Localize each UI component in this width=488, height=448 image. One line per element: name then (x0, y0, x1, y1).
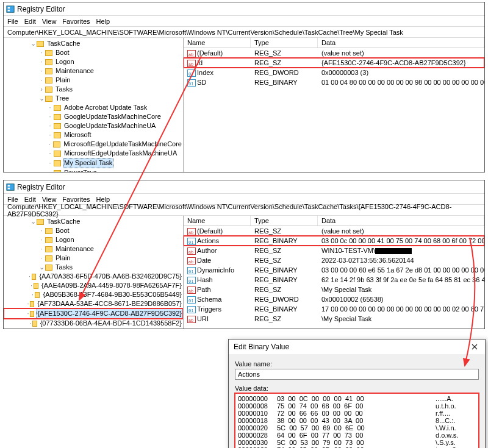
chevron-down-icon[interactable]: ⌄ (29, 39, 37, 48)
tree-item[interactable]: · Plain (4, 254, 183, 263)
hex-row[interactable]: 0000000003 00 0C 00 00 00 41 00......A. (238, 395, 476, 402)
hex-bytes[interactable]: 75 00 74 00 68 00 6F 00 (277, 402, 436, 410)
hex-bytes[interactable]: 5C 00 53 00 79 00 73 00 (277, 439, 436, 446)
tree-item[interactable]: › Tasks (4, 85, 183, 94)
col-data[interactable]: Data (318, 216, 484, 226)
tree-item[interactable]: · {AF73DAAA-53AE-4CC8-8671-BE29D886B057} (4, 299, 183, 308)
value-row[interactable]: URI REG_SZ \My Special Task (184, 314, 484, 324)
string-value-icon (187, 257, 196, 265)
value-row[interactable]: Author REG_SZ WIN10-TEST-VM\ (184, 246, 484, 255)
tree-item[interactable]: · Boot (4, 48, 183, 57)
menu-favorites[interactable]: Favorites (62, 196, 90, 203)
tree-item[interactable]: · GoogleUpdateTaskMachineUA (4, 121, 183, 130)
tree-item[interactable]: · Logon (4, 235, 183, 244)
address-bar[interactable]: Computer\HKEY_LOCAL_MACHINE\SOFTWARE\Mic… (4, 205, 484, 216)
value-row[interactable]: Path REG_SZ \My Special Task (184, 285, 484, 294)
list-header[interactable]: Name Type Data (184, 216, 484, 226)
hex-row[interactable]: 000000305C 00 53 00 79 00 73 00\.S.y.s. (238, 439, 476, 446)
value-row[interactable]: Schema REG_DWORD 0x00010002 (65538) (184, 294, 484, 304)
tree-item[interactable]: · Plain (4, 76, 183, 85)
menu-edit[interactable]: Edit (24, 196, 36, 203)
values-list[interactable]: (Default) REG_SZ (value not set) Actions… (184, 226, 484, 324)
tree-item[interactable]: ⌄ Tasks (4, 263, 183, 272)
binary-value-icon (187, 296, 196, 304)
col-name[interactable]: Name (184, 38, 251, 48)
close-button[interactable] (464, 340, 485, 354)
menu-view[interactable]: View (42, 18, 57, 25)
hex-row[interactable]: 0000002864 00 6F 00 77 00 73 00d.o.w.s. (238, 432, 476, 439)
folder-icon (45, 237, 52, 243)
menu-file[interactable]: File (7, 18, 18, 25)
tree-item[interactable]: · Logon (4, 57, 183, 66)
tree-item-label: Logon (54, 235, 76, 244)
tree-item[interactable]: ⌄ TaskCache (4, 39, 183, 48)
value-row[interactable]: SD REG_BINARY 01 00 04 80 00 00 00 00 00… (184, 77, 484, 87)
col-type[interactable]: Type (251, 216, 318, 226)
dialog-title[interactable]: Edit Binary Value (229, 340, 464, 354)
col-data[interactable]: Data (318, 38, 484, 48)
tree-item[interactable]: · Adobe Acrobat Update Task (4, 103, 183, 112)
chevron-down-icon[interactable]: ⌄ (38, 94, 45, 103)
values-list[interactable]: (Default) REG_SZ (value not set) Id REG_… (184, 48, 484, 87)
value-data: WIN10-TEST-VM\ (318, 246, 484, 255)
value-row[interactable]: (Default) REG_SZ (value not set) (184, 226, 484, 236)
titlebar[interactable]: Registry Editor (4, 180, 484, 194)
tree-pane[interactable]: ⌄ TaskCache · Boot · Logon · Maintenance… (4, 216, 184, 329)
value-row[interactable]: Hash REG_BINARY 62 1e 14 2f 9b 63 3f 9f … (184, 275, 484, 285)
folder-icon (54, 114, 61, 120)
value-row[interactable]: Id REG_SZ {AFE1530C-2746-4F9C-ACD8-AB27F… (184, 58, 484, 68)
hex-editor[interactable]: 0000000003 00 0C 00 00 00 41 00......A.0… (235, 393, 479, 448)
menu-view[interactable]: View (42, 196, 57, 203)
col-name[interactable]: Name (184, 216, 251, 226)
chevron-right-icon[interactable]: › (38, 85, 45, 94)
list-header[interactable]: Name Type Data (184, 38, 484, 48)
hex-bytes[interactable]: 38 00 00 00 43 00 3A 00 (277, 417, 436, 424)
tree-item[interactable]: · Maintenance (4, 244, 183, 254)
menu-file[interactable]: File (7, 196, 18, 203)
tree-item[interactable]: · {AA70A383-6F5D-470B-AA6B-B324620D9C75} (4, 272, 183, 281)
tree-branch: · (46, 158, 54, 168)
tree-item[interactable]: · Boot (4, 226, 183, 235)
value-row[interactable]: Date REG_SZ 2022-03-02T13:55:36.5620144 (184, 255, 484, 265)
tree-item[interactable]: · Maintenance (4, 66, 183, 76)
tree-item[interactable]: · {AAE4A09B-2A9A-4459-8078-98FA6265AF7F} (4, 281, 183, 290)
tree-item[interactable]: · {AB05B368-13F7-4684-9B30-E553C06B5449} (4, 290, 183, 299)
hex-row[interactable]: 0000001838 00 00 00 43 00 3A 008...C.:. (238, 417, 476, 424)
tree-item[interactable]: ⌄ Tree (4, 94, 183, 103)
value-row[interactable]: (Default) REG_SZ (value not set) (184, 48, 484, 58)
value-data: 01 00 04 80 00 00 00 00 00 00 98 00 00 0… (318, 77, 484, 87)
hex-ascii: ......A. (436, 395, 476, 402)
menu-help[interactable]: Help (96, 196, 110, 203)
hex-row[interactable]: 000000205C 00 57 00 69 00 6E 00\.W.i.n. (238, 424, 476, 432)
col-type[interactable]: Type (251, 38, 318, 48)
hex-bytes[interactable]: 5C 00 57 00 69 00 6E 00 (277, 424, 436, 432)
tree-item[interactable]: · {077333D6-06BA-4EA4-BDF4-1CD1439558F2} (4, 319, 183, 328)
chevron-down-icon[interactable]: ⌄ (38, 263, 45, 272)
hex-row[interactable]: 0000000875 00 74 00 68 00 6F 00u.t.h.o. (238, 402, 476, 410)
value-name: Index (197, 69, 214, 76)
tree-item[interactable]: · {AFE1530C-2746-4F9C-ACD8-AB27F9D5C392} (4, 308, 183, 319)
value-row[interactable]: Index REG_DWORD 0x00000003 (3) (184, 68, 484, 77)
value-row[interactable]: Triggers REG_BINARY 17 00 00 00 00 00 00… (184, 304, 484, 314)
window-title: Registry Editor (17, 5, 482, 13)
hex-row[interactable]: 0000001072 00 66 66 00 00 00 00r.ff.... (238, 410, 476, 417)
tree-item[interactable]: · PowerToys (4, 168, 183, 172)
hex-bytes[interactable]: 03 00 0C 00 00 00 41 00 (277, 395, 436, 402)
titlebar[interactable]: Registry Editor (4, 2, 484, 16)
tree-item[interactable]: · My Special Task (4, 158, 183, 168)
tree-item[interactable]: · MicrosoftEdgeUpdateTaskMachineUA (4, 149, 183, 158)
chevron-down-icon[interactable]: ⌄ (29, 217, 37, 226)
menu-edit[interactable]: Edit (24, 18, 36, 25)
tree-pane[interactable]: ⌄ TaskCache · Boot · Logon · Maintenance… (4, 38, 184, 172)
tree-item[interactable]: · Microsoft (4, 130, 183, 140)
menu-help[interactable]: Help (96, 18, 110, 25)
tree-item[interactable]: · GoogleUpdateTaskMachineCore (4, 112, 183, 121)
hex-bytes[interactable]: 64 00 6F 00 77 00 73 00 (277, 432, 436, 439)
address-bar[interactable]: Computer\HKEY_LOCAL_MACHINE\SOFTWARE\Mic… (4, 27, 484, 38)
value-row[interactable]: Actions REG_BINARY 03 00 0c 00 00 00 41 … (184, 236, 484, 246)
tree-item[interactable]: · MicrosoftEdgeUpdateTaskMachineCore (4, 140, 183, 149)
value-row[interactable]: DynamicInfo REG_BINARY 03 00 00 00 60 e6… (184, 265, 484, 275)
tree-item[interactable]: ⌄ TaskCache (4, 217, 183, 226)
menu-favorites[interactable]: Favorites (62, 18, 90, 25)
hex-bytes[interactable]: 72 00 66 66 00 00 00 00 (277, 410, 436, 417)
